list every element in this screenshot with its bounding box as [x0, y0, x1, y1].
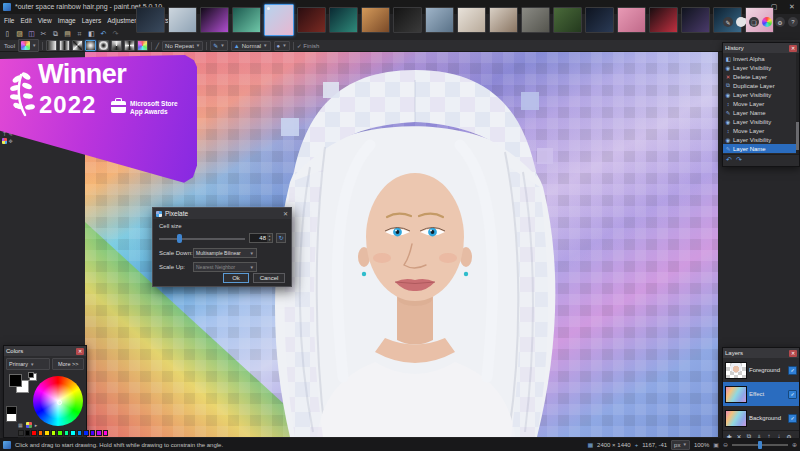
- gradient-linear-diamond-button[interactable]: [72, 40, 83, 51]
- cell-size-slider-thumb[interactable]: [177, 234, 182, 243]
- gradient-linear-button[interactable]: [46, 40, 57, 51]
- save-icon[interactable]: ◫: [26, 28, 37, 39]
- menu-image[interactable]: Image: [55, 15, 79, 26]
- history-item[interactable]: ◧Invert Alpha: [723, 54, 799, 63]
- default-colors-icon[interactable]: [29, 373, 37, 381]
- palette-swatch[interactable]: [90, 430, 96, 436]
- open-icon[interactable]: ▨: [14, 28, 25, 39]
- layers-close-icon[interactable]: ✕: [789, 350, 797, 357]
- palette-swatch[interactable]: [38, 430, 44, 436]
- palette-swatch[interactable]: [44, 430, 50, 436]
- color-mode-select[interactable]: Primary ▼: [6, 358, 50, 370]
- layer-row-effect[interactable]: Effect✓: [723, 382, 799, 406]
- palette-swatch[interactable]: [96, 430, 102, 436]
- thumbnail-image-16[interactable]: [617, 7, 646, 33]
- cut-icon[interactable]: ✂: [38, 28, 49, 39]
- menu-edit[interactable]: Edit: [17, 15, 34, 26]
- history-item[interactable]: ↕Move Layer: [723, 126, 799, 135]
- primary-color-swatch[interactable]: [9, 374, 22, 387]
- scale-down-dropdown[interactable]: Multisample Bilinear ▼: [193, 248, 257, 258]
- finish-button[interactable]: ✓ Finish: [297, 42, 320, 49]
- close-button[interactable]: ✕: [784, 2, 800, 12]
- redo-icon[interactable]: ↷: [110, 28, 121, 39]
- blend-mode-dropdown[interactable]: ▲ Normal ▼: [231, 41, 271, 51]
- zoom-out-icon[interactable]: ⊖: [723, 441, 728, 448]
- pan-tool-icon[interactable]: ✥: [8, 138, 13, 144]
- history-item[interactable]: ✕Delete Layer: [723, 72, 799, 81]
- settings-button[interactable]: ⚙: [775, 17, 785, 27]
- palette-swatch[interactable]: [77, 430, 83, 436]
- thumbnail-image-1[interactable]: [136, 7, 165, 33]
- alpha-mode-dropdown[interactable]: ● ▼: [274, 41, 290, 51]
- cell-size-input[interactable]: 48 ▲▼: [249, 233, 273, 243]
- thumbnail-image-8[interactable]: [361, 7, 390, 33]
- gradient-radial-button[interactable]: [85, 40, 96, 51]
- history-item[interactable]: ◉Layer Visibility: [723, 117, 799, 126]
- ok-button[interactable]: Ok: [223, 273, 249, 283]
- tools-toggle[interactable]: ✎: [723, 17, 733, 27]
- thumbnail-image-6[interactable]: [297, 7, 326, 33]
- tool-chooser[interactable]: ▼: [18, 39, 39, 52]
- history-scrollbar[interactable]: [796, 53, 799, 154]
- thumbnail-image-4[interactable]: [232, 7, 261, 33]
- thumbnail-image-15[interactable]: [585, 7, 614, 33]
- history-item[interactable]: ◉Layer Visibility: [723, 135, 799, 144]
- reset-button[interactable]: ↻: [276, 233, 286, 243]
- unit-dropdown[interactable]: px ▼: [671, 440, 690, 450]
- gradient-linear-reflected-button[interactable]: [59, 40, 70, 51]
- layer-visible-checkbox[interactable]: ✓: [788, 390, 797, 399]
- zoom-slider[interactable]: [732, 444, 788, 446]
- thumbnail-image-18[interactable]: [681, 7, 710, 33]
- colors-panel-header[interactable]: Colors ✕: [4, 346, 86, 356]
- palette-swatch[interactable]: [103, 430, 109, 436]
- gradient-spiral-button[interactable]: [124, 40, 135, 51]
- palette-swatch[interactable]: [51, 430, 57, 436]
- paste-icon[interactable]: ▤: [62, 28, 73, 39]
- layer-visible-checkbox[interactable]: ✓: [788, 366, 797, 375]
- thumbnail-image-12[interactable]: [489, 7, 518, 33]
- undo-button[interactable]: ↶: [726, 156, 732, 164]
- dialog-close-icon[interactable]: ✕: [283, 210, 288, 217]
- scale-up-dropdown[interactable]: Nearest Neighbor ▼: [193, 262, 257, 272]
- colors-toggle[interactable]: [762, 17, 772, 27]
- history-item[interactable]: ✎Layer Name: [723, 108, 799, 117]
- thumbnail-image-5-current[interactable]: [264, 4, 294, 36]
- menu-view[interactable]: View: [35, 15, 55, 26]
- thumbnail-image-14[interactable]: [553, 7, 582, 33]
- gradient-color-mode-button[interactable]: [137, 40, 148, 51]
- history-item[interactable]: ↕Move Layer: [723, 99, 799, 108]
- color-picker-tool-icon[interactable]: [2, 138, 7, 144]
- zoom-fit-icon[interactable]: ▣: [713, 441, 719, 448]
- new-icon[interactable]: ▯: [2, 28, 13, 39]
- select-icon[interactable]: ◧: [86, 28, 97, 39]
- thumbnail-image-7[interactable]: [329, 7, 358, 33]
- palette-swatch[interactable]: [25, 430, 31, 436]
- thumbnail-image-13[interactable]: [521, 7, 550, 33]
- history-toggle[interactable]: [736, 17, 746, 27]
- repeat-mode-dropdown[interactable]: No Repeat ▼: [162, 41, 203, 51]
- palette-colors-icon[interactable]: [26, 422, 32, 428]
- zoom-slider-thumb[interactable]: [758, 441, 762, 449]
- layers-toggle[interactable]: ❏: [749, 17, 759, 27]
- cancel-button[interactable]: Cancel: [253, 273, 285, 283]
- palette-swatch[interactable]: [57, 430, 63, 436]
- layers-panel-header[interactable]: Layers ✕: [723, 348, 799, 358]
- colors-close-icon[interactable]: ✕: [76, 348, 84, 355]
- thumbnail-image-3[interactable]: [200, 7, 229, 33]
- menu-file[interactable]: File: [1, 15, 17, 26]
- help-button[interactable]: ?: [788, 17, 798, 27]
- undo-icon[interactable]: ↶: [98, 28, 109, 39]
- dialog-title-bar[interactable]: Pixelate ✕: [153, 208, 291, 219]
- crop-icon[interactable]: ⌗: [74, 28, 85, 39]
- zoom-in-icon[interactable]: ⊕: [792, 441, 797, 448]
- layer-row-background[interactable]: Background✓: [723, 406, 799, 430]
- cell-size-spinner[interactable]: ▲▼: [267, 234, 272, 242]
- layer-row-foreground[interactable]: Foreground✓: [723, 358, 799, 382]
- thumbnail-image-10[interactable]: [425, 7, 454, 33]
- black-white-swatches[interactable]: [6, 406, 17, 422]
- copy-icon[interactable]: ⧉: [50, 28, 61, 39]
- palette-swatch[interactable]: [83, 430, 89, 436]
- redo-button[interactable]: ↷: [736, 156, 742, 164]
- thumbnail-image-9[interactable]: [393, 7, 422, 33]
- history-item[interactable]: ⧉Duplicate Layer: [723, 81, 799, 90]
